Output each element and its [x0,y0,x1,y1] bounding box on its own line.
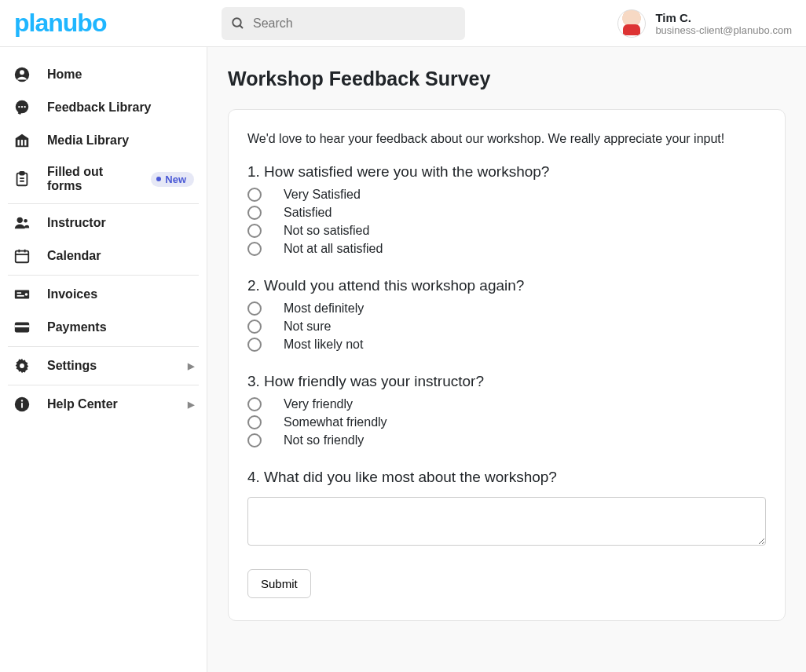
option-row[interactable]: Not sure [247,319,766,334]
app-header: planubo Tim C. business-client@planubo.c… [0,0,806,47]
option-label: Not sure [284,320,331,334]
people-icon [13,214,31,232]
svg-rect-8 [18,140,20,145]
sidebar-item-label: Media Library [47,133,194,148]
option-row[interactable]: Very friendly [247,396,766,412]
sidebar-item-invoices[interactable]: Invoices [8,278,199,311]
search-field[interactable] [222,7,465,40]
user-menu[interactable]: Tim C. business-client@planubo.com [617,9,797,38]
sidebar-item-payments[interactable]: Payments [8,311,199,344]
user-email: business-client@planubo.com [655,24,792,36]
svg-point-13 [17,217,23,223]
user-name: Tim C. [655,11,792,24]
sidebar-item-label: Home [47,68,194,82]
radio-icon[interactable] [247,224,262,238]
radio-icon[interactable] [247,415,262,429]
svg-point-6 [21,106,23,108]
nav-separator [8,346,199,347]
option-row[interactable]: Satisfied [247,205,766,221]
freeform-answer[interactable] [247,497,766,546]
question-options: Most definitelyNot sureMost likely not [247,301,766,352]
card-icon [13,319,31,336]
question-options: Very SatisfiedSatisfiedNot so satisfiedN… [247,187,766,257]
sidebar-item-label: Invoices [47,287,194,301]
option-label: Not at all satisfied [284,242,383,256]
sidebar-item-help-center[interactable]: Help Center▶ [8,388,199,421]
chevron-right-icon: ▶ [188,400,194,410]
sidebar-item-media-library[interactable]: Media Library [8,124,199,157]
sidebar-item-label: Calendar [47,249,194,263]
sidebar-item-filled-out-forms[interactable]: Filled out formsNew [8,157,199,201]
clipboard-icon [13,170,31,188]
library-icon [13,132,31,149]
svg-point-29 [21,400,23,401]
option-row[interactable]: Not so satisfied [247,223,766,239]
option-row[interactable]: Very Satisfied [247,187,766,203]
sidebar-item-instructor[interactable]: Instructor [8,206,199,239]
option-row[interactable]: Most definitely [247,301,766,316]
survey-intro: We'd love to hear your feedback about ou… [247,132,766,146]
svg-point-5 [18,106,20,108]
submit-button[interactable]: Submit [247,569,311,598]
svg-rect-12 [20,172,24,175]
svg-rect-15 [16,251,29,263]
main-content: Workshop Feedback Survey We'd love to he… [207,47,806,672]
svg-rect-9 [21,140,23,145]
calendar-icon [13,247,31,265]
svg-rect-24 [15,325,29,327]
new-badge: New [151,172,194,187]
question-text: 2. Would you attend this workshop again? [247,277,766,294]
option-label: Not so friendly [284,433,364,447]
radio-icon[interactable] [247,397,262,411]
svg-point-3 [20,70,24,75]
svg-rect-21 [17,295,24,297]
sidebar-item-settings[interactable]: Settings▶ [8,349,199,382]
option-row[interactable]: Not at all satisfied [247,241,766,257]
radio-icon[interactable] [247,338,262,352]
gear-icon [13,357,31,374]
option-row[interactable]: Somewhat friendly [247,415,766,430]
radio-icon[interactable] [247,320,262,334]
search-input[interactable] [253,16,456,31]
option-row[interactable]: Most likely not [247,337,766,352]
nav-separator [8,203,199,204]
svg-rect-10 [24,140,26,145]
sidebar-item-feedback-library[interactable]: Feedback Library [8,91,199,124]
radio-icon[interactable] [247,242,262,256]
sidebar-item-label: Help Center [47,397,172,411]
svg-point-0 [233,18,241,27]
info-icon [13,396,31,413]
option-label: Very Satisfied [284,188,361,202]
sidebar-item-label: Settings [47,359,172,373]
chevron-right-icon: ▶ [188,361,194,371]
svg-point-7 [24,106,25,108]
sidebar-item-label: Payments [47,320,194,334]
option-label: Very friendly [284,397,353,411]
option-label: Most likely not [284,338,363,352]
sidebar-item-home[interactable]: Home [8,58,199,91]
option-label: Somewhat friendly [284,415,387,429]
radio-icon[interactable] [247,206,262,220]
question-text: 1. How satisfied were you with the works… [247,163,766,181]
option-row[interactable]: Not so friendly [247,433,766,448]
radio-icon[interactable] [247,433,262,447]
avatar [617,9,646,38]
radio-icon[interactable] [247,301,262,316]
svg-rect-28 [21,403,23,407]
question-text: 4. What did you like most about the work… [247,469,766,486]
svg-point-14 [24,219,27,223]
sidebar-item-calendar[interactable]: Calendar [8,239,199,272]
survey-card: We'd love to hear your feedback about ou… [228,109,786,621]
account-circle-icon [13,66,31,83]
question-text: 3. How friendly was your instructor? [247,373,766,390]
sidebar-item-label: Instructor [47,216,194,230]
question-options: Very friendlySomewhat friendlyNot so fri… [247,396,766,448]
radio-icon[interactable] [247,188,262,202]
brand-logo[interactable]: planubo [9,9,222,38]
svg-point-26 [20,363,24,368]
option-label: Satisfied [284,206,332,220]
sidebar: HomeFeedback LibraryMedia LibraryFilled … [0,47,207,672]
sidebar-item-label: Filled out forms [47,165,135,193]
option-label: Not so satisfied [284,224,369,238]
sidebar-item-label: Feedback Library [47,100,194,115]
